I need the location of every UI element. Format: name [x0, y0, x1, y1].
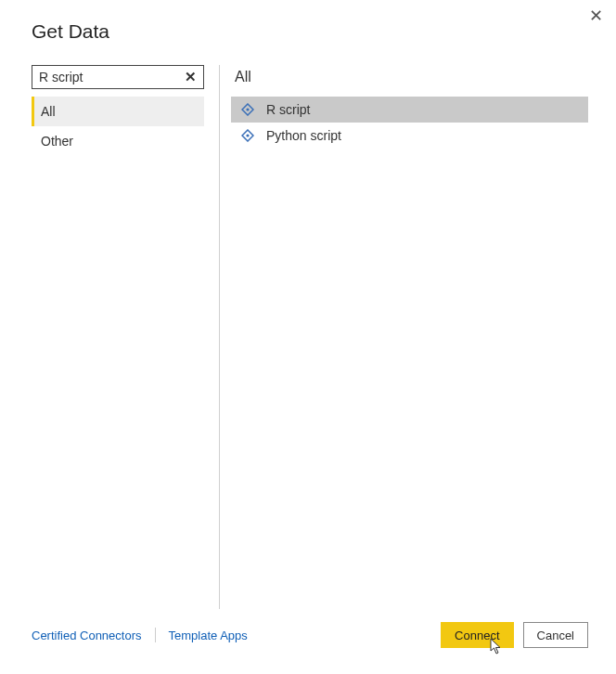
diamond-icon [240, 102, 255, 117]
category-item-all[interactable]: All [32, 97, 204, 126]
right-column: All R script [231, 65, 616, 609]
svg-point-1 [246, 134, 249, 136]
get-data-dialog: ✕ Get Data ✕ All Other All [0, 0, 616, 674]
close-button[interactable]: ✕ [589, 7, 603, 24]
search-input[interactable] [32, 65, 204, 89]
vertical-divider [219, 65, 220, 609]
connector-label: R script [266, 102, 310, 117]
category-list: All Other [32, 97, 204, 156]
category-item-other[interactable]: Other [32, 126, 204, 156]
cancel-button[interactable]: Cancel [523, 622, 588, 648]
dialog-title: Get Data [0, 0, 616, 43]
connector-item-r-script[interactable]: R script [231, 97, 588, 123]
footer-links: Certified Connectors Template Apps [32, 628, 248, 642]
connector-list: R script Python script [231, 97, 588, 149]
clear-icon: ✕ [185, 69, 197, 84]
left-column: ✕ All Other [32, 65, 219, 609]
connector-list-header: All [231, 65, 588, 97]
search-wrapper: ✕ [32, 65, 204, 89]
footer-separator [155, 628, 156, 642]
category-label: Other [41, 134, 73, 149]
dialog-body: ✕ All Other All [0, 43, 616, 609]
diamond-icon [240, 128, 255, 143]
connector-item-python-script[interactable]: Python script [231, 123, 588, 149]
search-clear-button[interactable]: ✕ [181, 67, 200, 87]
connector-label: Python script [266, 128, 341, 143]
close-icon: ✕ [589, 6, 603, 25]
certified-connectors-link[interactable]: Certified Connectors [32, 629, 142, 642]
dialog-footer: Certified Connectors Template Apps Conne… [0, 609, 616, 674]
template-apps-link[interactable]: Template Apps [169, 629, 248, 642]
category-label: All [41, 104, 56, 119]
connect-button[interactable]: Connect [441, 622, 513, 648]
svg-point-0 [246, 108, 249, 110]
